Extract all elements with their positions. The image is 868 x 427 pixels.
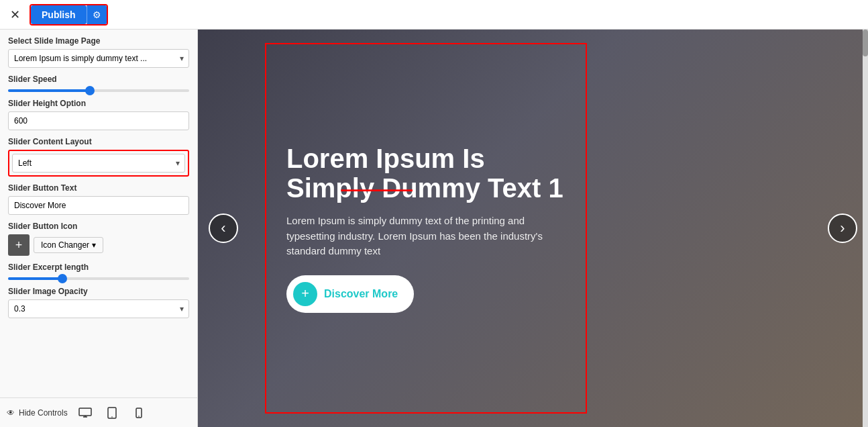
slider-speed-label: Slider Speed [8, 75, 189, 84]
chevron-right-icon: › [840, 220, 845, 237]
discover-more-button[interactable]: + Discover More [286, 275, 414, 313]
slider-content-layout-dropdown[interactable]: Left Center Right [12, 154, 185, 173]
slider-image-opacity-dropdown[interactable]: 0.3 0.5 0.7 1.0 [8, 299, 189, 318]
select-slide-label: Select Slide Image Page [8, 36, 189, 46]
slider-button-text-label: Slider Button Text [8, 183, 189, 193]
icon-btn-row: + Icon Changer ▾ [8, 234, 189, 256]
discover-btn-label: Discover More [324, 288, 398, 300]
select-slide-dropdown[interactable]: Lorem Ipsum is simply dummy text ... [8, 49, 189, 68]
slider-height-label: Slider Height Option [8, 99, 189, 108]
panel-content: Select Slide Image Page Lorem Ipsum is s… [0, 30, 197, 397]
hide-controls-button[interactable]: 👁 Hide Controls [7, 408, 68, 418]
svg-point-4 [111, 416, 113, 418]
slider-speed-thumb[interactable] [85, 86, 95, 95]
publish-button[interactable]: Publish [31, 5, 87, 24]
svg-point-6 [138, 416, 140, 417]
bottom-bar: 👁 Hide Controls [0, 397, 197, 427]
discover-plus-icon: + [293, 282, 317, 306]
left-panel: Select Slide Image Page Lorem Ipsum is s… [0, 30, 198, 427]
tablet-icon-button[interactable] [103, 404, 121, 422]
settings-button[interactable]: ⚙ [87, 5, 107, 24]
slider-speed-track[interactable] [8, 89, 189, 92]
preview-area: Lorem Ipsum Is Simply Dummy Text 1 Lorem… [198, 30, 868, 427]
plus-icon: + [8, 234, 30, 256]
main-area: Select Slide Image Page Lorem Ipsum is s… [0, 30, 868, 427]
slider-button-text-input[interactable] [8, 196, 189, 215]
slide-content-box: Lorem Ipsum Is Simply Dummy Text 1 Lorem… [265, 43, 587, 414]
chevron-left-icon: ‹ [221, 220, 225, 237]
chevron-down-icon: ▾ [92, 240, 96, 250]
slider-excerpt-track[interactable] [8, 277, 189, 280]
select-slide-dropdown-wrap: Lorem Ipsum is simply dummy text ... [8, 49, 189, 68]
mobile-icon-button[interactable] [129, 404, 148, 422]
slide-description: Lorem Ipsum is simply dummy text of the … [286, 214, 565, 259]
slider-button-icon-label: Slider Button Icon [8, 222, 189, 231]
icon-changer-button[interactable]: Icon Changer ▾ [34, 237, 103, 253]
scrollbar[interactable] [863, 30, 868, 427]
slider-excerpt-thumb[interactable] [58, 274, 67, 283]
slider-content-layout-label: Slider Content Layout [8, 137, 189, 146]
slider-content-layout-wrap: Left Center Right [8, 150, 189, 177]
top-bar: ✕ Publish ⚙ [0, 0, 868, 30]
slider-excerpt-label: Slider Excerpt length [8, 263, 189, 272]
nav-arrow-left[interactable]: ‹ [209, 214, 238, 243]
svg-rect-0 [79, 408, 91, 416]
slider-image-opacity-label: Slider Image Opacity [8, 287, 189, 296]
slide-title: Lorem Ipsum Is Simply Dummy Text 1 [286, 144, 565, 203]
icon-changer-label: Icon Changer [41, 240, 89, 250]
hide-controls-label: Hide Controls [19, 408, 68, 418]
slider-excerpt-fill [8, 277, 62, 280]
slider-content-layout-dropdown-wrap: Left Center Right [12, 154, 185, 173]
desktop-icon-button[interactable] [76, 404, 95, 422]
close-button[interactable]: ✕ [5, 5, 24, 24]
slider-image-opacity-dropdown-wrap: 0.3 0.5 0.7 1.0 [8, 299, 189, 318]
slider-height-input[interactable] [8, 111, 189, 130]
publish-button-wrap: Publish ⚙ [30, 4, 108, 26]
nav-arrow-right[interactable]: › [828, 214, 857, 243]
scroll-thumb [863, 30, 868, 56]
slider-speed-fill [8, 89, 90, 92]
eye-icon: 👁 [7, 408, 15, 418]
